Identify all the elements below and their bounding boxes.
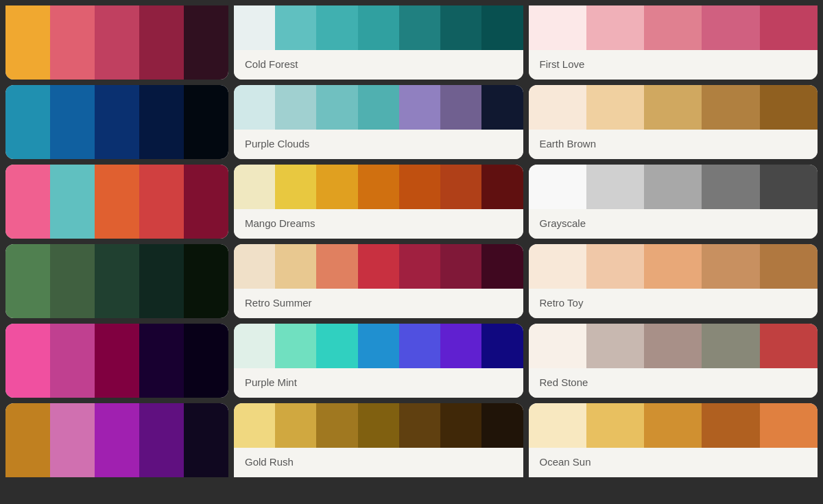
palette-card-left-5[interactable] [5, 324, 228, 398]
palette-label: Cold Forest [234, 50, 523, 80]
palette-card-red-stone[interactable]: Red Stone [529, 324, 818, 398]
palette-label: Retro Summer [234, 289, 523, 318]
palette-card-grayscale[interactable]: Grayscale [529, 165, 818, 239]
palette-card-left-6[interactable] [5, 403, 228, 477]
palette-label: Red Stone [529, 368, 818, 398]
palette-label: Gold Rush [234, 448, 523, 477]
palette-label: Grayscale [529, 209, 818, 239]
palette-label: Earth Brown [529, 130, 818, 159]
palette-label: Mango Dreams [234, 209, 523, 239]
palette-card-purple-clouds[interactable]: Purple Clouds [234, 85, 523, 159]
palette-card-purple-mint[interactable]: Purple Mint [234, 324, 523, 398]
palette-label: Purple Clouds [234, 130, 523, 159]
palette-card-left-4[interactable] [5, 244, 228, 318]
palette-card-cold-forest[interactable]: Cold Forest [234, 5, 523, 80]
palette-card-earth-brown[interactable]: Earth Brown [529, 85, 818, 159]
palette-label: First Love [529, 50, 818, 80]
palette-card-first-love[interactable]: First Love [529, 5, 818, 80]
palette-card-retro-summer[interactable]: Retro Summer [234, 244, 523, 318]
palette-card-gold-rush[interactable]: Gold Rush [234, 403, 523, 477]
palette-card-retro-toy[interactable]: Retro Toy [529, 244, 818, 318]
palette-label: Purple Mint [234, 368, 523, 398]
palette-card-left-2[interactable] [5, 85, 228, 159]
palette-card-ocean-sun[interactable]: Ocean Sun [529, 403, 818, 477]
palette-label: Ocean Sun [529, 448, 818, 477]
palette-card-left-3[interactable] [5, 165, 228, 239]
palette-card-mango-dreams[interactable]: Mango Dreams [234, 165, 523, 239]
palette-card-left-1[interactable] [5, 5, 228, 80]
palette-label: Retro Toy [529, 289, 818, 318]
